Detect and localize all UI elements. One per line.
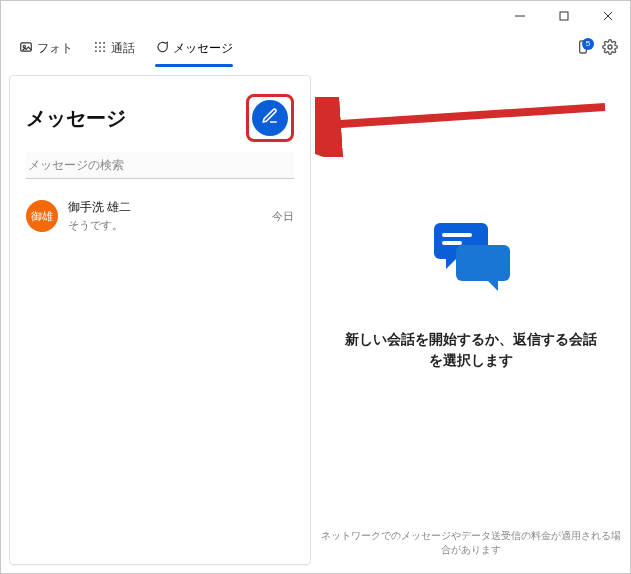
svg-point-13 xyxy=(608,45,612,49)
footer-note: ネットワークでのメッセージやデータ送受信の料金が適用される場合があります xyxy=(311,519,630,573)
conversation-item[interactable]: 御雄 御手洗 雄二 そうです。 今日 xyxy=(10,189,310,243)
tab-label: 通話 xyxy=(111,40,135,57)
tab-messages[interactable]: メッセージ xyxy=(149,36,239,61)
svg-point-7 xyxy=(99,46,101,48)
header-right: 5 xyxy=(574,39,618,59)
chat-bubbles-icon xyxy=(426,215,516,299)
nav-header: フォト 通話 メッセージ 5 xyxy=(1,31,630,67)
annotation-highlight xyxy=(246,94,294,142)
svg-point-6 xyxy=(95,46,97,48)
conversation-preview: そうです。 xyxy=(68,218,262,233)
app-window: フォト 通話 メッセージ 5 xyxy=(0,0,631,574)
message-icon xyxy=(155,40,169,57)
search-input[interactable] xyxy=(26,152,294,179)
titlebar xyxy=(1,1,630,31)
search-row xyxy=(10,152,310,189)
conversation-name: 御手洗 雄二 xyxy=(68,199,262,216)
avatar: 御雄 xyxy=(26,200,58,232)
maximize-button[interactable] xyxy=(542,1,586,31)
close-button[interactable] xyxy=(586,1,630,31)
conversation-text: 御手洗 雄二 そうです。 xyxy=(68,199,262,233)
settings-button[interactable] xyxy=(602,39,618,59)
svg-point-10 xyxy=(99,50,101,52)
notification-badge: 5 xyxy=(582,38,594,50)
empty-state-message: 新しい会話を開始するか、返信する会話を選択します xyxy=(341,329,601,371)
svg-rect-0 xyxy=(560,12,568,20)
conversation-time: 今日 xyxy=(272,209,294,224)
svg-point-9 xyxy=(95,50,97,52)
svg-point-11 xyxy=(103,50,105,52)
empty-state: 新しい会話を開始するか、返信する会話を選択します xyxy=(311,67,630,519)
tab-calls[interactable]: 通話 xyxy=(87,36,141,61)
photo-icon xyxy=(19,40,33,57)
conversations-panel: メッセージ 御雄 御手洗 雄二 そうです。 xyxy=(9,75,311,565)
notifications-button[interactable]: 5 xyxy=(574,40,592,58)
panel-title: メッセージ xyxy=(26,105,126,132)
dialpad-icon xyxy=(93,40,107,57)
panel-header: メッセージ xyxy=(10,76,310,152)
conversation-list: 御雄 御手洗 雄二 そうです。 今日 xyxy=(10,189,310,564)
svg-point-2 xyxy=(23,45,25,47)
gear-icon xyxy=(602,41,618,58)
main-panel: 新しい会話を開始するか、返信する会話を選択します ネットワークでのメッセージやデ… xyxy=(311,67,630,573)
tab-label: メッセージ xyxy=(173,40,233,57)
svg-rect-16 xyxy=(442,241,462,245)
svg-point-5 xyxy=(103,42,105,44)
svg-point-4 xyxy=(99,42,101,44)
body: メッセージ 御雄 御手洗 雄二 そうです。 xyxy=(1,67,630,573)
svg-rect-15 xyxy=(442,233,472,237)
svg-point-3 xyxy=(95,42,97,44)
svg-rect-17 xyxy=(456,245,510,281)
svg-point-8 xyxy=(103,46,105,48)
tab-label: フォト xyxy=(37,40,73,57)
minimize-button[interactable] xyxy=(498,1,542,31)
compose-button[interactable] xyxy=(252,100,288,136)
nav-tabs: フォト 通話 メッセージ xyxy=(13,36,239,61)
compose-icon xyxy=(261,107,279,129)
tab-photos[interactable]: フォト xyxy=(13,36,79,61)
